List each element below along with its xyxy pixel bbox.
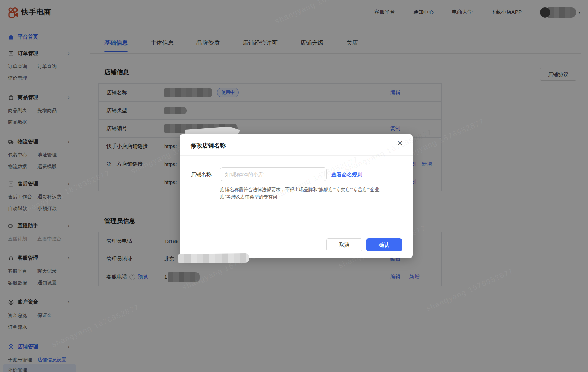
modal-title-divider	[180, 155, 413, 156]
redacted-admin-address	[178, 253, 249, 263]
cancel-button[interactable]: 取消	[326, 238, 362, 251]
shop-name-help-text: 店铺名称需符合法律法规要求，不得出现品牌和“旗舰店”“专卖店”“专营店”“企业店…	[220, 186, 384, 200]
app-root: 快手电商 客服平台 通知中心 电商大学 下载小店APP ▾ 平台首页	[0, 0, 588, 372]
modal-title: 修改店铺名称	[191, 142, 226, 150]
naming-rules-link[interactable]: 查看命名规则	[331, 172, 362, 178]
shop-name-input[interactable]	[220, 167, 327, 181]
confirm-button[interactable]: 确认	[366, 238, 402, 251]
edit-shop-name-modal: 修改店铺名称 × 店铺名称 查看命名规则 店铺名称需符合法律法规要求，不得出现品…	[180, 134, 413, 258]
shop-name-field-label: 店铺名称	[191, 171, 212, 178]
close-icon[interactable]: ×	[397, 139, 403, 147]
